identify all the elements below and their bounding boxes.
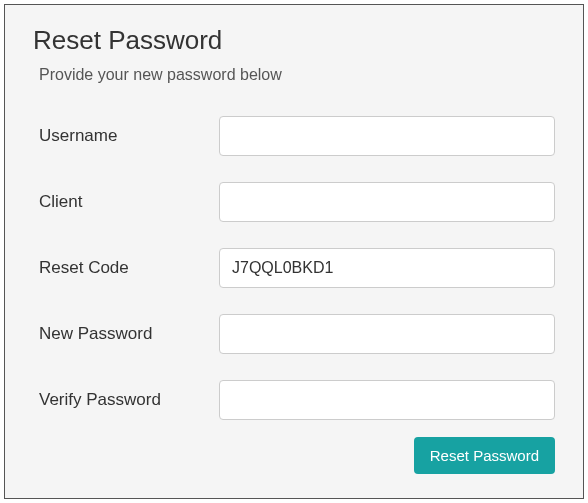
reset-password-button[interactable]: Reset Password	[414, 437, 555, 474]
client-input[interactable]	[219, 182, 555, 222]
reset-code-row: Reset Code	[33, 248, 555, 288]
client-label: Client	[39, 192, 219, 212]
new-password-label: New Password	[39, 324, 219, 344]
username-input[interactable]	[219, 116, 555, 156]
reset-password-panel: Reset Password Provide your new password…	[4, 4, 584, 499]
reset-code-input[interactable]	[219, 248, 555, 288]
verify-password-row: Verify Password	[33, 380, 555, 420]
page-subtitle: Provide your new password below	[33, 66, 555, 84]
reset-code-label: Reset Code	[39, 258, 219, 278]
username-row: Username	[33, 116, 555, 156]
new-password-input[interactable]	[219, 314, 555, 354]
verify-password-input[interactable]	[219, 380, 555, 420]
username-label: Username	[39, 126, 219, 146]
new-password-row: New Password	[33, 314, 555, 354]
button-row: Reset Password	[414, 437, 555, 474]
client-row: Client	[33, 182, 555, 222]
page-title: Reset Password	[33, 25, 555, 56]
verify-password-label: Verify Password	[39, 390, 219, 410]
